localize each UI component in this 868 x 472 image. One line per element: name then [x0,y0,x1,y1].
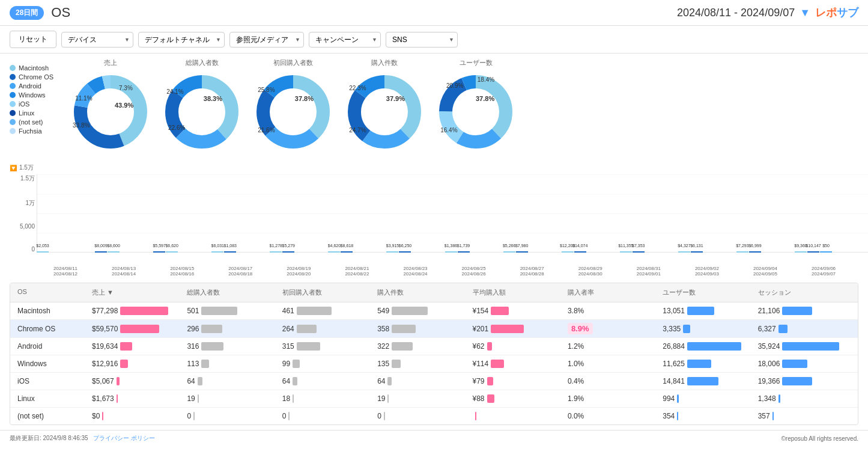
legend-dot-android [10,83,16,89]
bar-group: $8,009$8,600 [95,251,153,253]
bar[interactable]: $1,739 [458,251,470,253]
sessions-bar [782,377,812,385]
channel-filter[interactable]: デフォルトチャネル [138,32,225,48]
rate-value: 3.8% [568,307,584,315]
bar[interactable]: $7,353 [633,251,645,253]
date-dropdown-icon[interactable]: ▼ [800,7,810,19]
bar[interactable]: $9,360 [795,251,807,253]
legend-label-android: Android [19,82,41,90]
users-value: 994 [663,394,675,403]
bar-group: $9,360$10,147$50 [795,251,852,253]
x-label: 2024/09/022024/09/03 [678,266,736,277]
bar[interactable]: $6,999 [749,251,761,253]
cell-users: 13,051 [663,307,755,315]
cell-sessions: 6,327 [758,325,851,333]
users-bar [677,394,679,403]
bar[interactable]: $5,279 [282,251,294,253]
new-buyers-bar [297,342,320,351]
bar[interactable]: $4,620 [328,251,340,253]
privacy-link[interactable]: プライバシー ポリシー [93,435,155,441]
cell-rate: 1.9% [568,394,660,403]
col-header-total-buyers: 総購入者数 [187,288,279,297]
x-label: 2024/08/272024/08/28 [503,266,561,277]
bar[interactable]: $8,618 [341,251,353,253]
donut-annotation-1: 7.3% [119,85,133,91]
bar[interactable]: $8,600 [108,251,120,253]
bar[interactable]: $10,147 [807,251,819,253]
col-header-sessions: セッション [758,288,851,297]
bar-value-label: $5,266 [503,244,515,248]
bar[interactable]: $7,293 [736,251,748,253]
buyers-value: 113 [187,360,199,368]
purchases-value: 549 [377,307,389,315]
sessions-bar [772,412,774,420]
users-value: 13,051 [663,307,685,315]
buyers-bar [201,325,222,333]
bar-group: $7,293$6,999 [736,251,794,253]
sessions-value: 19,366 [758,377,780,385]
bar[interactable]: $11,355 [620,251,632,253]
cell-revenue: $0 [92,412,184,420]
users-bar [687,377,718,385]
buyers-bar [198,394,199,403]
cell-buyers: 113 [187,360,279,368]
col-header-avg-purchase: 平均購入額 [473,288,565,297]
bar-chart-area: 1.5万 1万 5,000 0 $2,053$8,009$8,600$5,597… [10,174,858,277]
bar-group: $3,915$6,250 [386,251,444,253]
sessions-bar [782,360,807,368]
purchases-value: 0 [377,412,381,420]
cell-avg: ¥201 [473,325,565,333]
legend-item-macintosh: Macintosh [10,64,64,72]
x-label: 2024/09/042024/09/05 [736,266,794,277]
bar[interactable]: $4,327 [678,251,690,253]
legend-label-macintosh: Macintosh [19,64,49,72]
bar[interactable]: $6,131 [691,251,703,253]
reset-button[interactable]: リセット [10,31,56,48]
bar[interactable]: $14,074 [574,251,586,253]
bar[interactable]: $50 [820,251,832,253]
bar[interactable]: $6,031 [211,251,223,253]
bar[interactable]: $1,278 [270,251,282,253]
bar[interactable]: $6,620 [166,251,178,253]
bar[interactable]: $8,009 [95,251,107,253]
bar[interactable]: $3,915 [386,251,398,253]
device-filter[interactable]: デバイス [61,32,133,48]
legend-dot-linux [10,110,16,116]
revenue-bar [102,412,103,420]
bar[interactable]: $7,980 [516,251,528,253]
col-header-revenue[interactable]: 売上 ▼ [92,288,184,297]
bar-value-label: $4,327 [678,244,690,248]
users-bar [687,342,741,351]
table-row: (not set) $0 0 0 0 0.0% 354 357 [10,408,858,424]
revenue-value: $77,298 [92,307,118,315]
source-filter[interactable]: 参照元/メディア [229,32,304,48]
bar-group: $2,053 [37,251,94,253]
new-buyers-bar [297,325,317,333]
bar[interactable]: $1,083 [224,251,236,253]
buyers-bar [201,360,209,368]
sns-filter[interactable]: SNS [386,32,458,48]
bar[interactable]: $5,266 [503,251,515,253]
bar[interactable]: $2,053 [37,251,49,253]
revenue-bar [120,360,128,368]
legend-item-fuchsia: Fuchsia [10,127,64,135]
bar[interactable]: $5,597 [153,251,165,253]
donut-annotation-u-3: 18.4% [478,76,494,83]
cell-rate: 0.4% [568,377,660,385]
bar-value-label: $6,131 [690,244,703,248]
bar-value-label: $14,074 [572,244,587,248]
purchases-bar [392,342,413,351]
donut-revenue-svg [68,70,153,154]
bar[interactable]: $1,386 [445,251,457,253]
bar[interactable]: $6,250 [399,251,411,253]
table-row: Macintosh $77,298 501 461 549 ¥154 3.8% … [10,302,858,320]
campaign-filter[interactable]: キャンペーン [309,32,381,48]
buyers-bar [201,307,237,315]
bar-value-label: $8,600 [107,244,120,248]
legend-dot-chromeos [10,74,16,80]
purchases-bar [392,325,416,333]
cell-avg [473,412,565,420]
legend-label-ios: iOS [19,100,29,108]
buyers-bar [198,377,202,385]
bar[interactable]: $12,203 [562,251,574,253]
